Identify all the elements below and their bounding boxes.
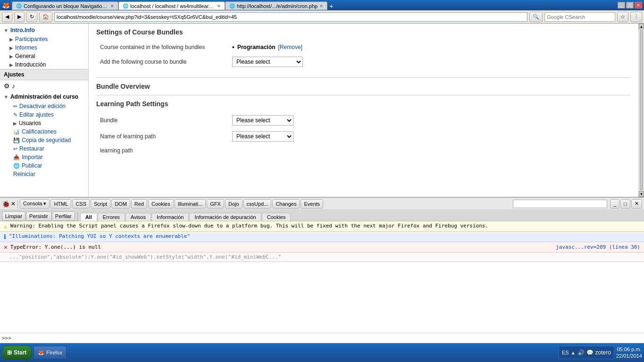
nav-more-button[interactable]: ⋮: [630, 12, 642, 22]
tab-2[interactable]: 🌐 localhost / localhost / ws4multilearni…: [118, 1, 225, 10]
panel-btn-cssupd[interactable]: cssUpd...: [243, 199, 272, 209]
sidebar-item-introduccion[interactable]: ▶ Introducción: [0, 60, 88, 69]
panel-btn-consola[interactable]: Consola ▾: [20, 199, 50, 209]
taskbar-app-browser[interactable]: 🦊 Firefox: [33, 346, 67, 359]
sidebar-item-importar[interactable]: 📥 Importar: [0, 153, 88, 161]
sidebar-item-general[interactable]: ▶ General: [0, 52, 88, 60]
go-button[interactable]: 🔍: [529, 12, 543, 22]
tab-2-close[interactable]: ✕: [217, 4, 221, 8]
window-controls: _ □ ✕: [618, 2, 642, 8]
panel-btn-red[interactable]: Red: [131, 199, 147, 209]
settings-icon-1[interactable]: ⚙: [4, 82, 10, 90]
firebug-toolbar: 🐞 ✕ Consola ▾ HTML CSS Script DOM Red Co…: [0, 198, 644, 210]
scroll-down-button[interactable]: ▼: [639, 191, 644, 197]
firebug-close[interactable]: ✕: [11, 201, 16, 207]
tab-3[interactable]: 🌐 http://localhost/.../e/admin/cron.php …: [225, 1, 327, 10]
console-warning-row: ⚠ Warning: Enabling the Script panel cau…: [0, 221, 644, 232]
address-bar[interactable]: [54, 12, 527, 22]
calificaciones-icon: 📊: [13, 129, 20, 135]
arrow-up-icon[interactable]: ▲: [571, 350, 576, 355]
fb-perfilar[interactable]: Perfilar: [52, 211, 75, 221]
volume-icon[interactable]: 🔊: [577, 349, 585, 356]
panel-btn-events[interactable]: Events: [301, 199, 323, 209]
fb-close[interactable]: ✕: [631, 199, 642, 209]
maximize-button[interactable]: □: [626, 2, 634, 8]
start-button[interactable]: ⊞ Start: [2, 345, 32, 360]
panel-btn-cookies[interactable]: Cookies: [148, 199, 174, 209]
panel-btn-script[interactable]: Script: [91, 199, 110, 209]
panel-btn-dom[interactable]: DOM: [111, 199, 130, 209]
scroll-thumb[interactable]: [640, 30, 643, 190]
sidebar-item-usuarios[interactable]: ▶ Usuarios: [0, 119, 88, 127]
bullet-icon: •: [232, 43, 234, 51]
minimize-button[interactable]: _: [618, 2, 625, 8]
copia-label: Copia de seguridad: [22, 137, 71, 143]
fb-maximize[interactable]: □: [620, 199, 630, 209]
tab-all[interactable]: All: [80, 213, 97, 221]
settings-icon-2[interactable]: ♪: [12, 82, 15, 90]
firebug-console: ⚠ Warning: Enabling the Script panel cau…: [0, 221, 644, 333]
sidebar-item-reiniciar[interactable]: Reiniciar: [0, 170, 88, 178]
restaurar-icon: ↩: [13, 146, 17, 152]
sidebar-item-restaurar[interactable]: ↩ Restaurar: [0, 144, 88, 153]
zotero-label[interactable]: zotero: [595, 349, 611, 356]
tab-avisos[interactable]: Avisos: [125, 213, 151, 221]
search-input[interactable]: [544, 12, 615, 22]
tab-1[interactable]: 🌐 Configurando un bloque Navigation ... …: [12, 1, 118, 10]
tab-informacion[interactable]: Información: [151, 213, 189, 221]
sidebar-item-copia[interactable]: 💾 Copia de seguridad: [0, 136, 88, 144]
error-source[interactable]: javasc...rev=209 (línea 30): [556, 244, 640, 250]
reload-button[interactable]: ↻: [26, 12, 37, 22]
course-bundles-title: Settings of Course Bundles: [96, 28, 631, 36]
bookmark-icon: ☆: [620, 14, 625, 20]
introduccion-label: Introducción: [15, 61, 46, 68]
panel-btn-illuminati[interactable]: Illuminati...: [175, 199, 206, 209]
sidebar-item-informes[interactable]: ▶ Informes: [0, 43, 88, 52]
close-button[interactable]: ✕: [635, 2, 642, 8]
home-button[interactable]: 🏠: [39, 12, 52, 22]
sidebar-item-editar[interactable]: ✎ Editar ajustes: [0, 110, 88, 119]
forward-button[interactable]: ▶: [14, 12, 25, 22]
panel-btn-html[interactable]: HTML: [50, 199, 71, 209]
tabs-divider: [77, 212, 78, 221]
tab-errores[interactable]: Errores: [98, 213, 125, 221]
sidebar-item-desactivar[interactable]: ✏ Desactivar edición: [0, 102, 88, 110]
new-tab-button[interactable]: +: [327, 2, 335, 10]
participantes-label: Participantes: [15, 36, 48, 42]
panel-btn-dojo[interactable]: Dojo: [225, 199, 243, 209]
remove-link[interactable]: [Remove]: [278, 44, 302, 51]
bundle-select[interactable]: Please select Please selectOption 1Optio…: [232, 115, 293, 126]
panel-btn-changes[interactable]: Changes: [272, 199, 300, 209]
cmd-input[interactable]: [13, 335, 642, 341]
add-bundle-select[interactable]: Please select Please selectOption 1Optio…: [232, 57, 303, 67]
tab-depuracion[interactable]: Información de depuración: [189, 213, 261, 221]
sidebar: ▼ Intro.Info ▶ Participantes ▶ Informes …: [0, 24, 89, 197]
intro-section-header[interactable]: ▼ Intro.Info: [0, 25, 88, 35]
right-scrollbar[interactable]: ▲ ▼: [638, 24, 644, 197]
panel-btn-gfx[interactable]: GFX: [207, 199, 224, 209]
sidebar-item-calificaciones[interactable]: 📊 Calificaciones: [0, 127, 88, 136]
panel-btn-css[interactable]: CSS: [72, 199, 90, 209]
learning-path-select[interactable]: Please select Please selectOption 1Optio…: [232, 131, 293, 142]
sidebar-item-participantes[interactable]: ▶ Participantes: [0, 35, 88, 43]
navigation-bar: ◀ ▶ ↻ 🏠 🔍 ☆ ⋮: [0, 10, 644, 24]
course-contained-row: Course contained in the following bundle…: [96, 41, 631, 54]
firebug-search[interactable]: [513, 200, 607, 208]
sidebar-item-publicar[interactable]: 🌐 Publicar: [0, 161, 88, 170]
clock-date: 22/01/2014: [616, 353, 642, 359]
console-error-row: ✕ TypeError: Y.one(...) is null javasc..…: [0, 242, 644, 253]
browser-window: 🦊 🌐 Configurando un bloque Navigation ..…: [0, 0, 644, 362]
tab-1-close[interactable]: ✕: [110, 4, 114, 8]
calificaciones-label: Calificaciones: [22, 128, 57, 135]
network-icon[interactable]: 💬: [586, 349, 594, 356]
back-button[interactable]: ◀: [2, 12, 12, 22]
fb-limpiar[interactable]: Limpiar: [2, 211, 25, 221]
tab-3-close[interactable]: ✕: [319, 4, 323, 8]
bundle-label: Bundle: [96, 112, 228, 128]
tab-cookies[interactable]: Cookies: [262, 213, 291, 221]
fb-persistir[interactable]: Persistir: [26, 211, 51, 221]
info-icon: ℹ: [4, 233, 6, 240]
fb-minimize[interactable]: _: [610, 199, 619, 209]
bookmark-button[interactable]: ☆: [617, 12, 628, 22]
scroll-up-button[interactable]: ▲: [639, 24, 644, 29]
